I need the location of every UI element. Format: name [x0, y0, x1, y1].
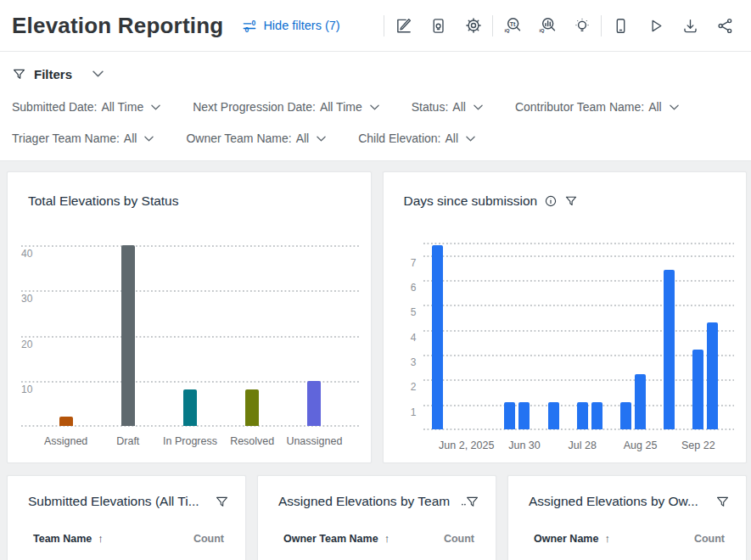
y-axis-tick-label: 20: [21, 339, 47, 350]
insights-document-icon[interactable]: [421, 12, 456, 39]
settings-icon[interactable]: [456, 12, 490, 39]
bar-week-6[interactable]: [620, 402, 631, 429]
bar-unassigned[interactable]: [307, 381, 321, 426]
chevron-down-icon[interactable]: [92, 70, 104, 77]
column-header-owner-name[interactable]: Owner Name↑: [534, 532, 610, 545]
search-text-iq-icon[interactable]: TtiQ: [495, 12, 530, 39]
bar-week-2[interactable]: [518, 402, 530, 429]
filter-child-elevation[interactable]: Child Elevation:All: [358, 132, 475, 145]
gridline: [423, 330, 735, 332]
bar-resolved[interactable]: [245, 389, 259, 426]
filter-status[interactable]: Status:All: [412, 100, 483, 114]
y-axis-tick-label: 6: [395, 283, 417, 293]
filters-header[interactable]: Filters: [12, 65, 739, 82]
y-axis-tick-label: 2: [395, 382, 417, 392]
column-header-owner-team-name[interactable]: Owner Team Name↑: [283, 532, 390, 545]
search-chart-iq-icon[interactable]: iQ: [530, 12, 564, 39]
chart-title: Days since submission: [404, 193, 579, 209]
filter-icon[interactable]: [215, 495, 229, 512]
y-axis-tick-label: 1: [395, 407, 417, 417]
hide-filters-label: Hide filters (7): [263, 19, 339, 32]
filter-label: Submitted Date:: [12, 100, 97, 114]
filter-icon[interactable]: [715, 495, 730, 512]
svg-text:iQ: iQ: [540, 28, 546, 33]
card-submitted-elevations-table: Submitted Elevations (All Ti...Team Name…: [7, 475, 246, 560]
bar-week-7[interactable]: [635, 374, 646, 429]
bar-week-5[interactable]: [591, 402, 602, 429]
bar-week-8[interactable]: [664, 270, 675, 429]
filter-contributor-team-name[interactable]: Contributor Team Name:All: [515, 100, 679, 114]
bar-draft[interactable]: [121, 245, 135, 426]
filter-owner-team-name[interactable]: Owner Team Name:All: [186, 132, 326, 145]
chart-title-text: Total Elevations by Status: [28, 193, 179, 209]
filter-value: All: [445, 132, 458, 145]
filter-value: All: [124, 132, 137, 145]
bar-week-3[interactable]: [548, 402, 559, 429]
y-axis-tick-label: 3: [395, 357, 417, 367]
smart-insights-icon[interactable]: [564, 12, 599, 39]
column-header-count[interactable]: Count: [694, 533, 725, 545]
gridline: [21, 245, 361, 247]
x-axis-tick-label: Sep 22: [647, 440, 749, 451]
column-header-label: Team Name: [33, 533, 92, 545]
filter-bar: Filters Submitted Date:All TimeNext Prog…: [0, 52, 751, 161]
filter-label: Contributor Team Name:: [515, 100, 644, 114]
table-header-row: Owner Name↑Count: [534, 532, 725, 545]
info-icon[interactable]: [544, 194, 558, 208]
tables-row: Submitted Elevations (All Ti...Team Name…: [7, 475, 747, 560]
filter-submitted-date[interactable]: Submitted Date:All Time: [12, 100, 160, 114]
card-assigned-elevations-by-owner-table: Assigned Elevations by Ow...Owner Name↑C…: [507, 475, 747, 560]
filter-value: All Time: [320, 100, 362, 114]
svg-text:Tt: Tt: [510, 20, 516, 27]
table-header-row: Owner Team Name↑Count: [283, 532, 474, 545]
card-assigned-elevations-by-team-table: Assigned Elevations by TeamOwner Team Na…: [257, 475, 496, 560]
table-card-title: Assigned Elevations by Team: [278, 494, 450, 509]
filter-next-progression-date[interactable]: Next Progression Date:All Time: [193, 100, 379, 114]
bar-assigned[interactable]: [59, 417, 73, 426]
chevron-down-icon: [151, 104, 160, 110]
gridline: [21, 336, 361, 338]
y-axis-tick-label: 5: [395, 307, 417, 317]
filter-label: Child Elevation:: [358, 132, 440, 145]
present-icon[interactable]: [638, 12, 673, 39]
y-axis-tick-label: 40: [21, 249, 47, 259]
linked-filter-icon[interactable]: [461, 495, 479, 512]
filter-row-1: Submitted Date:All TimeNext Progression …: [12, 99, 739, 115]
edit-icon[interactable]: [386, 12, 421, 39]
column-header-team-name[interactable]: Team Name↑: [33, 532, 104, 545]
y-axis-tick-label: 30: [21, 294, 47, 304]
chevron-down-icon: [370, 104, 379, 110]
page-title: Elevation Reporting: [12, 13, 223, 39]
bar-week-10[interactable]: [707, 322, 718, 429]
gridline: [423, 255, 735, 257]
bar-in-progress[interactable]: [183, 389, 197, 426]
export-icon[interactable]: [673, 12, 708, 39]
mobile-preview-icon[interactable]: [603, 12, 638, 39]
chevron-down-icon: [144, 136, 154, 142]
column-header-count[interactable]: Count: [444, 533, 474, 545]
bar-week-0[interactable]: [432, 245, 443, 429]
filter-triager-team-name[interactable]: Triager Team Name:All: [12, 132, 154, 145]
filter-label: Next Progression Date:: [193, 100, 316, 114]
page-header: Elevation Reporting 0 0 Hide filters (7)…: [0, 0, 751, 52]
filter-value: All: [648, 100, 662, 114]
bar-week-1[interactable]: [504, 402, 515, 429]
bar-week-4[interactable]: [577, 402, 588, 429]
column-header-label: Owner Team Name: [283, 533, 378, 545]
table-card-title: Submitted Elevations (All Ti...: [28, 494, 199, 509]
status-bar-chart-plot: 10203040AssignedDraftIn ProgressResolved…: [21, 243, 361, 426]
filter-label: Status:: [412, 100, 449, 114]
bar-week-9[interactable]: [692, 350, 703, 429]
filter-sliders-icon: 0 0: [242, 18, 258, 34]
svg-text:0: 0: [245, 25, 249, 33]
gridline: [423, 379, 735, 381]
filter-icon[interactable]: [564, 194, 578, 208]
table-header-row: Team Name↑Count: [33, 532, 224, 545]
hide-filters-button[interactable]: 0 0 Hide filters (7): [242, 18, 339, 34]
share-icon[interactable]: [708, 12, 743, 39]
card-days-since-submission: Days since submission 1234567Jun 2, 2025…: [383, 171, 748, 463]
column-header-label: Owner Name: [534, 533, 598, 545]
column-header-count[interactable]: Count: [193, 533, 224, 545]
filter-label: Triager Team Name:: [12, 132, 120, 145]
filter-value: All: [296, 132, 310, 145]
